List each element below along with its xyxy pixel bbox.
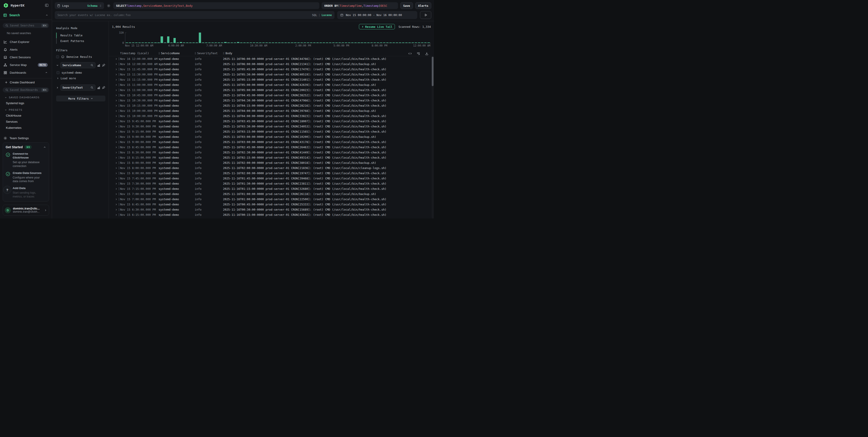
chart-bar[interactable] (281, 42, 284, 43)
get-started-item[interactable]: Add Data Start sending logs, metrics, or… (6, 187, 46, 199)
lang-lucene[interactable]: Lucene (321, 13, 332, 17)
table-row[interactable]: Nov 15 7:15:00.000 PM systemd-demo info … (109, 186, 434, 191)
pin-icon[interactable] (102, 86, 105, 89)
get-started-header[interactable]: Get Started 3/3 (6, 145, 46, 149)
drag-handle-icon[interactable] (223, 52, 224, 55)
row-expand-chevron-icon[interactable] (115, 172, 118, 174)
table-row[interactable]: Nov 15 8:00:00.000 PM systemd-demo info … (109, 160, 434, 165)
chart-bar[interactable] (227, 42, 229, 43)
saved-dashboards-search[interactable]: ⌘K (3, 88, 49, 92)
facet-value-checkbox[interactable] (57, 71, 60, 74)
chart-bar[interactable] (374, 42, 376, 43)
chart-bar[interactable] (167, 36, 169, 43)
saved-searches-search[interactable]: ⌘K (3, 23, 49, 28)
chart-bar[interactable] (390, 42, 392, 43)
row-expand-chevron-icon[interactable] (115, 120, 118, 123)
chart-bar[interactable] (351, 42, 353, 43)
get-started-item[interactable]: Connect to ClickHouse Set up your databa… (6, 152, 46, 168)
chart-bar[interactable] (345, 42, 347, 43)
chart-bar[interactable] (164, 42, 166, 43)
table-row[interactable]: Nov 15 9:00:00.000 PM systemd-demo info … (109, 139, 434, 145)
chart-bar[interactable] (284, 42, 287, 43)
select-columns-input[interactable]: SELECT Timestamp,ServiceName,SeverityTex… (113, 2, 319, 9)
table-row[interactable]: Nov 15 6:30:00.000 PM systemd-demo info … (109, 207, 434, 212)
chart-bar[interactable] (310, 42, 312, 43)
chart-bar[interactable] (358, 42, 360, 43)
chart-bar[interactable] (354, 42, 356, 43)
row-expand-chevron-icon[interactable] (115, 110, 118, 112)
chart-bar[interactable] (348, 42, 350, 43)
order-by-input[interactable]: ORDER BY (TimestampTime, Timestamp) DESC (321, 2, 398, 9)
table-row[interactable]: Nov 15 10:00:00.000 PM systemd-demo info… (109, 113, 434, 119)
chart-bar[interactable] (262, 42, 265, 43)
row-expand-chevron-icon[interactable] (115, 131, 118, 133)
resume-live-tail-button[interactable]: Resume Live Tail (359, 24, 395, 29)
chart-bar[interactable] (240, 42, 243, 43)
drag-handle-icon[interactable] (158, 52, 160, 55)
chart-bar[interactable] (243, 42, 246, 43)
row-expand-chevron-icon[interactable] (115, 84, 118, 86)
chart-bar[interactable] (421, 42, 423, 43)
chart-bar[interactable] (186, 42, 188, 43)
run-query-button[interactable] (420, 11, 431, 19)
chart-bar[interactable] (424, 42, 427, 43)
help-button[interactable]: ? (3, 186, 11, 194)
chart-bar[interactable] (129, 42, 131, 43)
row-expand-chevron-icon[interactable] (115, 141, 118, 143)
search-icon[interactable] (90, 64, 93, 67)
column-header-servicename[interactable]: ServiceName (158, 52, 195, 55)
chart-bar[interactable] (418, 42, 420, 43)
table-row[interactable]: Nov 15 6:15:00.000 PM systemd-demo info … (109, 212, 434, 217)
sidebar-item-chart-explorer[interactable]: Chart Explorer (3, 38, 49, 46)
sidebar-item-team-settings[interactable]: Team Settings (3, 134, 49, 142)
chart-bar[interactable] (218, 42, 220, 43)
row-expand-chevron-icon[interactable] (115, 68, 118, 70)
chart-bar[interactable] (339, 42, 341, 43)
sidebar-item-client-sessions[interactable]: Client Sessions (3, 53, 49, 61)
table-row[interactable]: Nov 15 10:30:00.000 PM systemd-demo info… (109, 98, 434, 103)
table-row[interactable]: Nov 15 10:00:00.000 PM systemd-demo info… (109, 108, 434, 113)
chart-bar[interactable] (205, 42, 207, 43)
chart-bar[interactable] (319, 42, 322, 43)
table-row[interactable]: Nov 15 10:15:00.000 PM systemd-demo info… (109, 103, 434, 108)
chart-bar[interactable] (272, 42, 274, 43)
scrollbar-thumb[interactable] (432, 57, 434, 86)
chart-bar[interactable] (278, 42, 280, 43)
chart-bar[interactable] (412, 42, 414, 43)
denoise-checkbox[interactable] (56, 55, 59, 58)
row-expand-chevron-icon[interactable] (115, 152, 118, 154)
row-expand-chevron-icon[interactable] (115, 198, 118, 200)
row-expand-chevron-icon[interactable] (115, 125, 118, 128)
chart-bar[interactable] (380, 42, 382, 43)
chart-bar[interactable] (177, 42, 179, 43)
sidebar-collapse-icon[interactable] (44, 3, 49, 8)
chart-bar[interactable] (291, 42, 293, 43)
mode-event-patterns[interactable]: Event Patterns (57, 38, 105, 44)
chart-bar[interactable] (367, 42, 370, 43)
save-button[interactable]: Save (400, 2, 413, 9)
chart-bar[interactable] (256, 42, 258, 43)
table-scrollbar[interactable] (432, 57, 434, 218)
saved-searches-input[interactable] (10, 24, 39, 27)
chart-bar[interactable] (370, 42, 373, 43)
table-row[interactable]: Nov 15 9:45:00.000 PM systemd-demo info … (109, 119, 434, 124)
row-expand-chevron-icon[interactable] (115, 182, 118, 185)
row-expand-chevron-icon[interactable] (115, 63, 118, 65)
source-settings-gear-icon[interactable] (106, 3, 111, 8)
column-header-severitytext[interactable]: SeverityText (195, 52, 223, 55)
table-row[interactable]: Nov 16 12:00:00.000 AM systemd-demo info… (109, 62, 434, 67)
facet-chart-icon[interactable] (97, 64, 100, 67)
table-row[interactable]: Nov 15 11:00:00.000 PM systemd-demo info… (109, 82, 434, 88)
row-expand-chevron-icon[interactable] (115, 146, 118, 148)
row-expand-chevron-icon[interactable] (115, 73, 118, 76)
chart-bar[interactable] (151, 42, 153, 43)
chart-bar[interactable] (138, 42, 141, 43)
chart-bar[interactable] (428, 42, 430, 43)
section-saved-dashboards[interactable]: SAVED DASHBOARDS (3, 94, 49, 100)
sidebar-item-preset[interactable]: ClickHouse (3, 112, 49, 119)
row-expand-chevron-icon[interactable] (115, 58, 118, 60)
table-row[interactable]: Nov 15 8:45:00.000 PM systemd-demo info … (109, 145, 434, 150)
chart-bar[interactable] (298, 42, 300, 43)
chart-bar[interactable] (266, 42, 268, 43)
row-expand-chevron-icon[interactable] (115, 162, 118, 164)
